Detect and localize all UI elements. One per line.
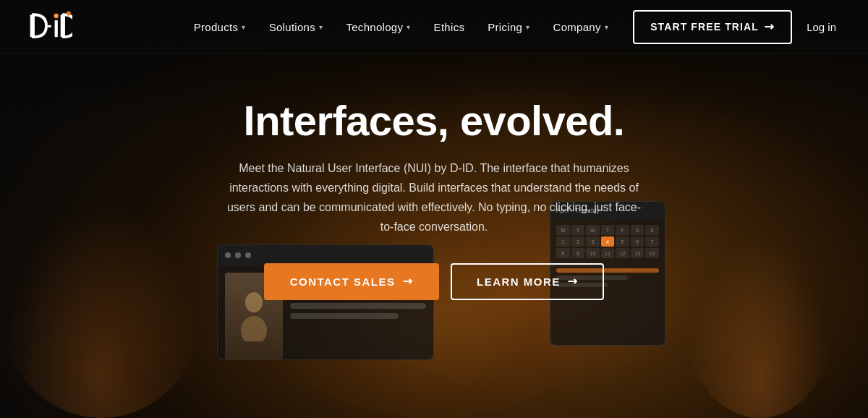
learn-more-label: LEARN MORE bbox=[477, 276, 561, 288]
nav-item-solutions: Solutions ▾ bbox=[259, 15, 333, 39]
ui-bar-4 bbox=[290, 303, 426, 309]
hero-buttons: CONTACT SALES ↗ LEARN MORE ↗ bbox=[264, 263, 605, 300]
svg-point-1 bbox=[241, 316, 267, 341]
learn-more-arrow-icon: ↗ bbox=[564, 273, 582, 290]
start-trial-button[interactable]: START FREE TRIAL ↗ bbox=[633, 10, 792, 44]
nav-item-technology: Technology ▾ bbox=[336, 15, 420, 39]
contact-sales-label: CONTACT SALES bbox=[290, 276, 396, 288]
svg-rect-3 bbox=[48, 25, 51, 27]
nav-item-products: Products ▾ bbox=[184, 15, 256, 39]
logo-svg bbox=[29, 9, 72, 45]
svg-point-8 bbox=[67, 12, 71, 16]
chevron-icon-products: ▾ bbox=[242, 23, 245, 31]
logo[interactable] bbox=[29, 9, 72, 45]
nav-label-ethics: Ethics bbox=[434, 21, 465, 33]
chevron-icon-technology: ▾ bbox=[407, 23, 410, 31]
login-label: Log in bbox=[807, 21, 836, 33]
nav-label-products: Products bbox=[194, 21, 239, 33]
nav-label-pricing: Pricing bbox=[488, 21, 522, 33]
nav-label-solutions: Solutions bbox=[269, 21, 315, 33]
nav-link-ethics[interactable]: Ethics bbox=[424, 15, 475, 39]
nav-item-ethics: Ethics bbox=[424, 15, 475, 39]
navbar: Products ▾ Solutions ▾ Technology ▾ Ethi… bbox=[0, 0, 868, 54]
start-trial-arrow-icon: ↗ bbox=[761, 18, 778, 35]
contact-sales-button[interactable]: CONTACT SALES ↗ bbox=[264, 263, 439, 300]
nav-link-technology[interactable]: Technology ▾ bbox=[336, 15, 420, 39]
nav-link-products[interactable]: Products ▾ bbox=[184, 15, 256, 39]
nav-item-pricing: Pricing ▾ bbox=[477, 15, 540, 39]
nav-link-company[interactable]: Company ▾ bbox=[543, 15, 619, 39]
learn-more-button[interactable]: LEARN MORE ↗ bbox=[451, 263, 604, 300]
svg-rect-6 bbox=[55, 20, 58, 37]
contact-sales-arrow-icon: ↗ bbox=[399, 273, 417, 290]
nav-item-company: Company ▾ bbox=[543, 15, 619, 39]
nav-link-solutions[interactable]: Solutions ▾ bbox=[259, 15, 333, 39]
start-trial-label: START FREE TRIAL bbox=[650, 21, 759, 33]
nav-label-company: Company bbox=[553, 21, 601, 33]
nav-link-pricing[interactable]: Pricing ▾ bbox=[477, 15, 540, 39]
svg-point-5 bbox=[55, 14, 57, 17]
hero-title: Interfaces, evolved. bbox=[244, 98, 625, 144]
chevron-icon-pricing: ▾ bbox=[526, 23, 529, 31]
login-button[interactable]: Log in bbox=[804, 15, 839, 39]
ui-bar-5 bbox=[290, 313, 399, 319]
hero-subtitle: Meet the Natural User Interface (NUI) by… bbox=[224, 158, 644, 237]
chevron-icon-company: ▾ bbox=[605, 23, 608, 31]
chevron-icon-solutions: ▾ bbox=[319, 23, 323, 31]
nav-cta: START FREE TRIAL ↗ Log in bbox=[633, 10, 839, 44]
nav-links: Products ▾ Solutions ▾ Technology ▾ Ethi… bbox=[184, 15, 618, 39]
nav-label-technology: Technology bbox=[346, 21, 403, 33]
hero-section: Interfaces, evolved. Meet the Natural Us… bbox=[0, 54, 868, 300]
